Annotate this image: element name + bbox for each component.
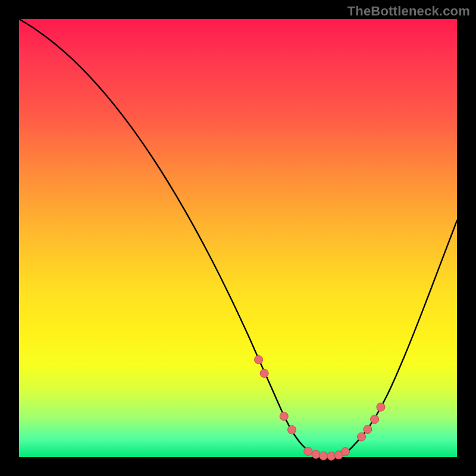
- data-marker: [280, 412, 288, 421]
- data-marker: [312, 450, 320, 459]
- curve-group: [19, 19, 457, 456]
- data-marker: [364, 425, 372, 434]
- chart-overlay: [0, 0, 476, 476]
- data-markers: [255, 356, 385, 461]
- data-marker: [260, 369, 268, 377]
- data-marker: [371, 415, 379, 424]
- data-marker: [377, 403, 385, 411]
- data-marker: [341, 447, 349, 456]
- data-marker: [304, 447, 312, 455]
- data-marker: [327, 452, 336, 460]
- bottleneck-curve: [19, 19, 457, 456]
- data-marker: [320, 452, 328, 460]
- chart-frame: TheBottleneck.com: [0, 0, 476, 476]
- data-marker: [358, 433, 366, 441]
- data-marker: [288, 425, 296, 434]
- data-marker: [255, 356, 263, 364]
